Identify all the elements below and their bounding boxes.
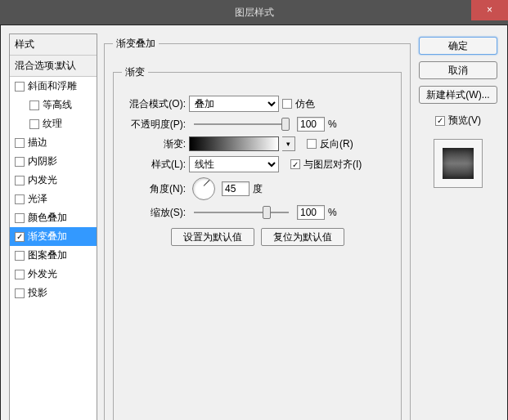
style-item-9[interactable]: 图案叠加 bbox=[10, 246, 97, 265]
percent-label-2: % bbox=[328, 207, 337, 218]
preview-box bbox=[434, 139, 483, 188]
style-checkbox[interactable] bbox=[29, 101, 39, 110]
angle-input[interactable] bbox=[222, 181, 250, 196]
gradient-overlay-group: 渐变叠加 渐变 混合模式(O): 叠加 仿色 不透明度(P): % 渐变: bbox=[104, 37, 411, 420]
align-checkbox[interactable] bbox=[290, 159, 300, 169]
scale-label: 缩放(S): bbox=[122, 206, 186, 220]
right-panel: 确定 取消 新建样式(W)... 预览(V) bbox=[417, 34, 499, 412]
style-label: 外发光 bbox=[28, 267, 57, 281]
angle-label: 角度(N): bbox=[122, 182, 186, 196]
style-label: 内阴影 bbox=[28, 154, 57, 168]
style-item-5[interactable]: 内发光 bbox=[10, 171, 97, 190]
style-label: 投影 bbox=[28, 286, 47, 300]
close-button[interactable]: × bbox=[471, 0, 508, 20]
gradient-preview[interactable] bbox=[189, 136, 279, 151]
gradient-group: 渐变 混合模式(O): 叠加 仿色 不透明度(P): % 渐变: ▾ bbox=[113, 65, 402, 420]
style-checkbox[interactable] bbox=[15, 270, 25, 279]
angle-dial[interactable] bbox=[192, 177, 215, 200]
dither-label: 仿色 bbox=[295, 97, 315, 111]
style-label: 颜色叠加 bbox=[28, 211, 67, 225]
degree-label: 度 bbox=[253, 182, 263, 196]
style-checkbox[interactable] bbox=[15, 251, 25, 261]
style-checkbox[interactable] bbox=[15, 194, 25, 204]
style-checkbox[interactable] bbox=[15, 232, 25, 242]
blend-mode-select[interactable]: 叠加 bbox=[189, 96, 279, 112]
style-label: 光泽 bbox=[28, 192, 47, 206]
style-checkbox[interactable] bbox=[15, 288, 25, 298]
style-label: 内发光 bbox=[28, 173, 57, 187]
preview-swatch bbox=[443, 148, 474, 179]
style-label: 样式(L): bbox=[122, 158, 186, 172]
scale-slider[interactable] bbox=[194, 212, 289, 213]
style-item-8[interactable]: 渐变叠加 bbox=[10, 227, 97, 246]
inner-legend: 渐变 bbox=[122, 65, 148, 79]
style-label: 渐变叠加 bbox=[28, 230, 67, 244]
style-item-11[interactable]: 投影 bbox=[10, 284, 97, 302]
style-checkbox[interactable] bbox=[15, 138, 25, 148]
style-item-6[interactable]: 光泽 bbox=[10, 190, 97, 208]
reverse-label: 反向(R) bbox=[320, 137, 353, 151]
scale-input[interactable] bbox=[297, 205, 325, 220]
style-item-4[interactable]: 内阴影 bbox=[10, 152, 97, 171]
reset-default-button[interactable]: 复位为默认值 bbox=[261, 228, 344, 246]
style-checkbox[interactable] bbox=[15, 176, 25, 185]
preview-label: 预览(V) bbox=[448, 114, 481, 127]
make-default-button[interactable]: 设置为默认值 bbox=[171, 228, 254, 246]
style-label: 图案叠加 bbox=[28, 248, 67, 262]
opacity-label: 不透明度(P): bbox=[122, 118, 186, 132]
group-legend: 渐变叠加 bbox=[113, 37, 159, 51]
opacity-input[interactable] bbox=[297, 117, 325, 132]
dialog-body: 样式 混合选项:默认 斜面和浮雕等高线纹理描边内阴影内发光光泽颜色叠加渐变叠加图… bbox=[0, 25, 508, 420]
style-item-7[interactable]: 颜色叠加 bbox=[10, 208, 97, 227]
style-item-3[interactable]: 描边 bbox=[10, 133, 97, 152]
blend-mode-label: 混合模式(O): bbox=[122, 97, 186, 111]
style-checkbox[interactable] bbox=[15, 213, 25, 223]
settings-panel: 渐变叠加 渐变 混合模式(O): 叠加 仿色 不透明度(P): % 渐变: bbox=[104, 34, 411, 412]
cancel-button[interactable]: 取消 bbox=[419, 61, 497, 79]
style-item-2[interactable]: 纹理 bbox=[10, 114, 97, 133]
style-label: 等高线 bbox=[43, 98, 72, 112]
percent-label: % bbox=[328, 118, 337, 130]
style-item-0[interactable]: 斜面和浮雕 bbox=[10, 77, 97, 96]
styles-heading: 样式 bbox=[10, 34, 97, 56]
dither-checkbox[interactable] bbox=[282, 99, 292, 109]
window-title: 图层样式 bbox=[235, 7, 274, 18]
style-label: 斜面和浮雕 bbox=[28, 79, 77, 93]
style-select[interactable]: 线性 bbox=[189, 156, 279, 172]
style-item-10[interactable]: 外发光 bbox=[10, 265, 97, 284]
reverse-checkbox[interactable] bbox=[307, 139, 317, 149]
gradient-label: 渐变: bbox=[122, 137, 186, 151]
align-label: 与图层对齐(I) bbox=[303, 158, 362, 172]
preview-checkbox[interactable] bbox=[435, 116, 445, 126]
style-item-1[interactable]: 等高线 bbox=[10, 96, 97, 114]
slider-thumb[interactable] bbox=[263, 206, 271, 219]
slider-thumb[interactable] bbox=[281, 118, 290, 131]
gradient-dropdown-icon[interactable]: ▾ bbox=[282, 136, 295, 151]
style-label: 描边 bbox=[28, 136, 47, 150]
blending-options-default[interactable]: 混合选项:默认 bbox=[10, 56, 97, 77]
style-label: 纹理 bbox=[43, 117, 62, 131]
new-style-button[interactable]: 新建样式(W)... bbox=[419, 86, 497, 104]
ok-button[interactable]: 确定 bbox=[419, 37, 497, 55]
style-checkbox[interactable] bbox=[29, 119, 39, 129]
style-checkbox[interactable] bbox=[15, 82, 25, 92]
opacity-slider[interactable] bbox=[194, 123, 289, 125]
close-icon: × bbox=[487, 4, 492, 16]
styles-list: 样式 混合选项:默认 斜面和浮雕等高线纹理描边内阴影内发光光泽颜色叠加渐变叠加图… bbox=[9, 34, 97, 420]
title-bar: 图层样式 × bbox=[0, 0, 508, 25]
style-checkbox[interactable] bbox=[15, 157, 25, 167]
